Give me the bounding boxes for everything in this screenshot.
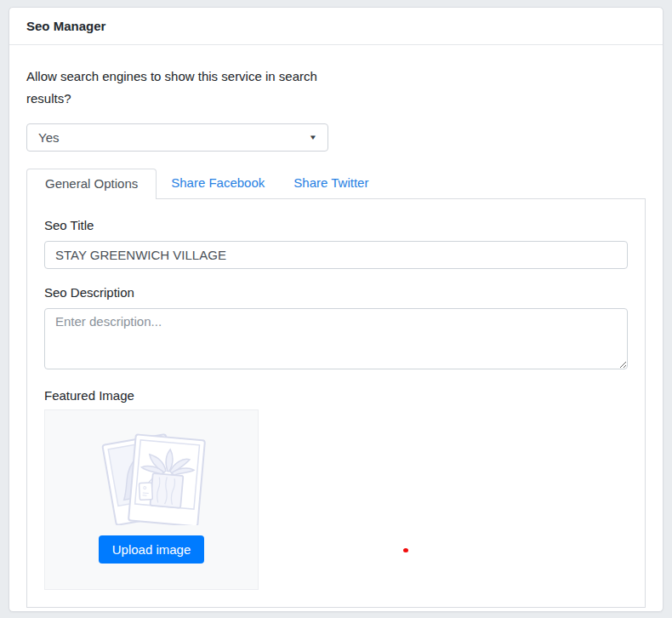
search-visibility-select[interactable]: Yes ▼	[26, 123, 328, 152]
featured-image-preview: Upload image	[44, 409, 259, 590]
tab-bar: General Options Share Facebook Share Twi…	[26, 169, 646, 198]
tab-share-twitter[interactable]: Share Twitter	[279, 169, 383, 198]
tab-share-facebook[interactable]: Share Facebook	[157, 169, 279, 198]
search-visibility-question: Allow search engines to show this servic…	[26, 66, 334, 110]
card-header: Seo Manager	[9, 8, 663, 45]
stacked-photos-illustration	[88, 424, 215, 525]
seo-manager-card: Seo Manager Allow search engines to show…	[9, 7, 663, 612]
tab-general-options[interactable]: General Options	[26, 169, 157, 199]
seo-title-label: Seo Title	[44, 218, 628, 232]
page-title: Seo Manager	[26, 19, 105, 33]
seo-description-label: Seo Description	[44, 285, 628, 300]
upload-image-button[interactable]: Upload image	[99, 535, 205, 564]
select-value: Yes	[38, 130, 59, 145]
featured-image-label: Featured Image	[44, 388, 628, 403]
seo-description-textarea[interactable]	[44, 308, 628, 369]
seo-title-input[interactable]	[44, 241, 628, 269]
chevron-down-icon: ▼	[309, 134, 317, 141]
general-options-panel: Seo Title Seo Description Featured Image	[26, 198, 646, 608]
card-body: Allow search engines to show this servic…	[9, 45, 663, 618]
cursor-dot	[403, 548, 408, 552]
